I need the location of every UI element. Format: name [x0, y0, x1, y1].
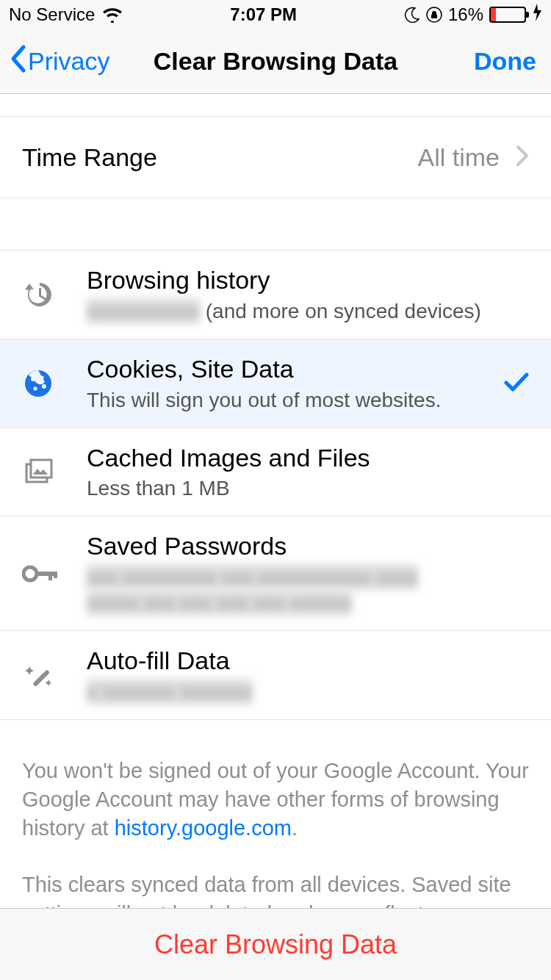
redacted-text: xxx xxxxxxxxx xxx xxxxxxxxxxx xxxx [87, 564, 418, 590]
redacted-text: xxxxxxxxxxx [87, 298, 200, 324]
status-left: No Service [9, 4, 123, 25]
time-range-label: Time Range [22, 143, 157, 172]
row-title: Cached Images and Files [87, 443, 529, 473]
svg-rect-11 [54, 572, 57, 578]
orientation-lock-icon [426, 7, 442, 23]
battery-pct: 16% [448, 4, 483, 25]
redacted-text: xxxxx xxx xxx xxx xxx xxxxxx [87, 590, 352, 616]
svg-rect-12 [32, 669, 50, 687]
row-browsing-history[interactable]: Browsing history xxxxxxxxxxx (and more o… [0, 250, 551, 339]
images-icon [22, 455, 66, 488]
done-button[interactable]: Done [474, 47, 536, 76]
status-bar: No Service 7:07 PM 16% [0, 0, 551, 29]
svg-rect-9 [35, 572, 56, 576]
row-sub: x xxxxxxx xxxxxxx [87, 679, 529, 705]
clear-browsing-data-button[interactable]: Clear Browsing Data [154, 929, 397, 960]
row-cache[interactable]: Cached Images and Files Less than 1 MB [0, 428, 551, 517]
wifi-icon [102, 7, 123, 23]
cookie-icon [22, 367, 66, 400]
svg-rect-7 [31, 460, 51, 478]
svg-point-5 [34, 386, 37, 390]
nav-bar: Privacy Clear Browsing Data Done [0, 29, 551, 94]
svg-rect-10 [48, 572, 52, 580]
key-icon [22, 563, 66, 585]
content: Time Range All time Browsing history xxx… [0, 94, 551, 957]
battery-icon [489, 7, 526, 23]
redacted-text: x xxxxxxx xxxxxxx [87, 679, 253, 705]
time-range-value: All time [418, 143, 500, 172]
time-range-row[interactable]: Time Range All time [0, 116, 551, 198]
back-button[interactable]: Privacy [9, 44, 109, 79]
status-time: 7:07 PM [230, 4, 297, 25]
row-sub: xxxxxxxxxxx (and more on synced devices) [87, 298, 529, 324]
status-right: 16% [404, 4, 542, 26]
row-cookies[interactable]: Cookies, Site Data This will sign you ou… [0, 339, 551, 428]
row-sub: Less than 1 MB [87, 475, 529, 501]
moon-icon [404, 7, 420, 23]
row-passwords[interactable]: Saved Passwords xxx xxxxxxxxx xxx xxxxxx… [0, 516, 551, 631]
checkmark-icon [504, 372, 529, 395]
back-label: Privacy [28, 47, 109, 76]
row-autofill[interactable]: Auto-fill Data x xxxxxxx xxxxxxx [0, 631, 551, 720]
carrier-text: No Service [9, 4, 95, 25]
chevron-left-icon [9, 44, 28, 79]
charging-icon [532, 4, 542, 26]
svg-point-4 [42, 384, 46, 389]
wand-icon [22, 659, 66, 691]
history-icon [22, 278, 66, 311]
svg-point-8 [24, 567, 37, 580]
row-sub: xxx xxxxxxxxx xxx xxxxxxxxxxx xxxx xxxxx… [87, 564, 529, 616]
row-sub: This will sign you out of most websites. [87, 387, 495, 413]
bottom-bar: Clear Browsing Data [0, 908, 551, 980]
row-title: Auto-fill Data [87, 646, 529, 676]
chevron-right-icon [516, 145, 529, 170]
history-link[interactable]: history.google.com [115, 816, 292, 840]
row-title: Browsing history [87, 265, 529, 295]
row-title: Saved Passwords [87, 531, 529, 561]
row-title: Cookies, Site Data [87, 354, 495, 384]
